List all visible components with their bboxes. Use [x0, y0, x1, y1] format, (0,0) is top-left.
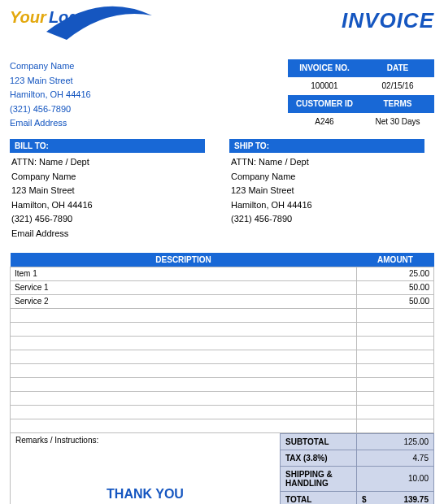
line-description: Service 2 [11, 294, 357, 308]
shipping-value: 10.00 [357, 466, 434, 491]
total-value: $ 139.75 [357, 491, 434, 504]
meta-head-date: DATE [361, 59, 434, 77]
line-amount: 25.00 [357, 267, 434, 280]
tax-label: TAX (3.8%) [281, 450, 357, 466]
lines-head-amount: AMOUNT [357, 253, 434, 267]
shipping-label: SHIPPING & HANDLING [281, 466, 357, 491]
line-row [11, 363, 434, 377]
company-citystate: Hamilton, OH 44416 [10, 88, 91, 102]
line-amount [357, 377, 434, 391]
line-row [11, 391, 434, 405]
line-description [11, 363, 357, 377]
line-amount [357, 336, 434, 350]
line-description [11, 308, 357, 322]
totals-table: SUBTOTAL 125.00 TAX (3.8%) 4.75 SHIPPING… [280, 433, 434, 504]
company-name: Company Name [10, 59, 91, 74]
ship-to-company: Company Name [231, 170, 424, 185]
logo-word-your: Your [10, 8, 46, 26]
company-email: Email Address [10, 116, 91, 131]
bill-to-email: Email Address [11, 227, 205, 241]
total-currency: $ [362, 495, 367, 504]
line-amount: 50.00 [357, 294, 434, 308]
line-row [11, 405, 434, 419]
line-amount [357, 308, 434, 322]
bill-to-head: BILL TO: [10, 139, 205, 153]
ship-to-phone: (321) 456-7890 [231, 212, 424, 227]
line-row: Service 150.00 [11, 280, 434, 294]
line-amount [357, 391, 434, 405]
bill-to-phone: (321) 456-7890 [11, 212, 205, 227]
bill-to-street: 123 Main Street [11, 184, 205, 198]
ship-to-citystate: Hamilton, OH 44416 [231, 198, 424, 213]
ship-to-head: SHIP TO: [229, 139, 424, 153]
total-label: TOTAL [281, 491, 357, 504]
line-amount [357, 363, 434, 377]
subtotal-value: 125.00 [357, 433, 434, 450]
remarks-cell: Remarks / Instructions: THANK YOU [10, 433, 280, 504]
document-title: INVOICE [342, 8, 434, 33]
subtotal-label: SUBTOTAL [281, 433, 357, 450]
remarks-label: Remarks / Instructions: [15, 436, 275, 445]
meta-terms: Net 30 Days [361, 113, 434, 131]
thank-you: THANK YOU [15, 487, 275, 504]
line-amount [357, 322, 434, 336]
line-description [11, 322, 357, 336]
line-description: Item 1 [11, 267, 357, 280]
line-description: Service 1 [11, 280, 357, 294]
line-amount [357, 405, 434, 419]
lines-table: DESCRIPTION AMOUNT Item 125.00Service 15… [10, 253, 434, 433]
line-description [11, 377, 357, 391]
meta-head-terms: TERMS [361, 95, 434, 113]
total-amount: 139.75 [403, 495, 429, 504]
ship-to-block: SHIP TO: ATTN: Name / Dept Company Name … [229, 139, 424, 241]
ship-to-street: 123 Main Street [231, 184, 424, 198]
line-description [11, 350, 357, 363]
swoosh-icon [42, 3, 156, 44]
line-row [11, 350, 434, 363]
line-row [11, 336, 434, 350]
company-block: Company Name 123 Main Street Hamilton, O… [10, 59, 91, 131]
meta-date: 02/15/16 [361, 77, 434, 95]
line-amount [357, 350, 434, 363]
line-description [11, 391, 357, 405]
line-row [11, 308, 434, 322]
meta-head-customer-id: CUSTOMER ID [288, 95, 361, 113]
line-description [11, 336, 357, 350]
meta-customer-id: A246 [288, 113, 361, 131]
line-description [11, 405, 357, 419]
tax-value: 4.75 [357, 450, 434, 466]
company-phone: (321) 456-7890 [10, 102, 91, 117]
meta-table: INVOICE NO. DATE 100001 02/15/16 CUSTOME… [288, 59, 434, 131]
line-row: Service 250.00 [11, 294, 434, 308]
ship-to-attn: ATTN: Name / Dept [231, 155, 424, 170]
line-amount: 50.00 [357, 280, 434, 294]
line-row [11, 377, 434, 391]
line-description [11, 419, 357, 432]
company-street: 123 Main Street [10, 74, 91, 89]
lines-head-description: DESCRIPTION [11, 253, 357, 267]
bill-to-block: BILL TO: ATTN: Name / Dept Company Name … [10, 139, 205, 241]
bill-to-attn: ATTN: Name / Dept [11, 155, 205, 170]
meta-invoice-no: 100001 [288, 77, 361, 95]
line-row [11, 322, 434, 336]
line-amount [357, 419, 434, 432]
meta-head-invoice-no: INVOICE NO. [288, 59, 361, 77]
line-row [11, 419, 434, 432]
line-row: Item 125.00 [11, 267, 434, 280]
bill-to-citystate: Hamilton, OH 44416 [11, 198, 205, 213]
bill-to-company: Company Name [11, 170, 205, 185]
logo: Your Logo [10, 8, 148, 53]
